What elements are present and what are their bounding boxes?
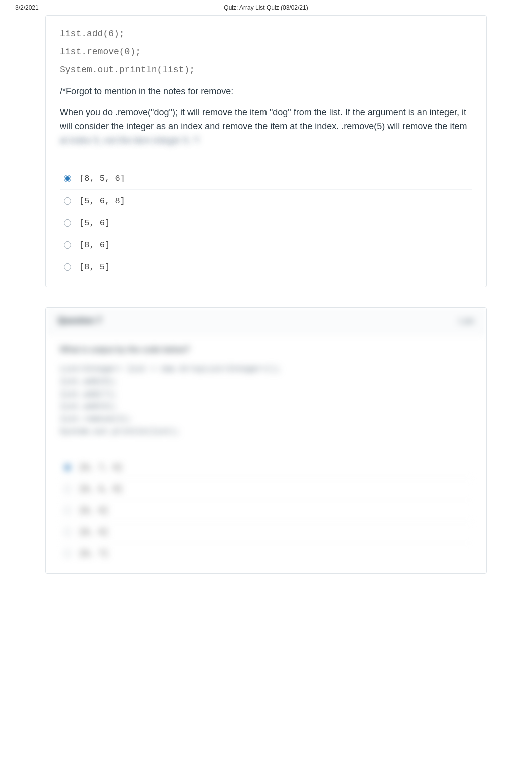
question-title: Question 7	[58, 316, 102, 326]
answer-list: [8, 5, 6] [5, 6, 8] [5, 6] [8, 6] [8, 5]	[46, 166, 486, 287]
radio-icon[interactable]	[64, 263, 71, 271]
answer-option[interactable]: [8, 5]	[60, 256, 472, 278]
radio-selected-icon[interactable]	[64, 175, 71, 182]
print-date: 3/2/2021	[15, 4, 141, 11]
content: list.add(6); list.remove(0); System.out.…	[0, 15, 532, 574]
code-block: list.add(6); list.remove(0); System.out.…	[60, 25, 472, 79]
radio-icon[interactable]	[64, 241, 71, 249]
answer-option[interactable]: [5, 6]	[60, 212, 472, 234]
answer-list: [8, 7, 6] [8, 6, 8] [8, 6] [8, 6] [8, 7]	[46, 455, 486, 573]
question-prompt: What is output by the code below?	[60, 343, 472, 356]
radio-icon	[64, 485, 71, 493]
radio-icon	[64, 507, 71, 514]
answer-text: [8, 5, 6]	[79, 174, 125, 183]
answer-text: [5, 6, 8]	[79, 196, 125, 206]
answer-option: [8, 7]	[60, 543, 472, 564]
answer-option: [8, 6]	[60, 500, 472, 522]
page-header: 3/2/2021 Quiz: Array List Quiz (03/02/21…	[0, 0, 532, 15]
question-points: 1 pts	[458, 316, 474, 325]
question-card-2-locked: Question 7 1 pts What is output by the c…	[45, 307, 487, 574]
radio-icon	[64, 550, 71, 557]
answer-option: [8, 6]	[60, 522, 472, 543]
question-card-1: list.add(6); list.remove(0); System.out.…	[45, 15, 487, 287]
answer-text: [8, 6]	[79, 240, 110, 250]
answer-option[interactable]: [8, 6]	[60, 234, 472, 256]
answer-option: [8, 7, 6]	[60, 457, 472, 479]
radio-icon[interactable]	[64, 197, 71, 205]
question-header: Question 7 1 pts	[46, 308, 486, 334]
answer-option: [8, 6, 8]	[60, 479, 472, 500]
note-line-2: When you do .remove("dog"); it will remo…	[60, 106, 472, 148]
question-body: What is output by the code below? List<I…	[46, 334, 486, 455]
note-obscured-text: at index 5, not the item integer 5. */	[60, 135, 199, 145]
answer-option[interactable]: [8, 5, 6]	[60, 168, 472, 190]
note-line-1: /*Forgot to mention in the notes for rem…	[60, 85, 472, 99]
question-body: list.add(6); list.remove(0); System.out.…	[46, 16, 486, 166]
answer-text: [8, 7, 6]	[79, 463, 122, 472]
answer-text: [8, 6]	[79, 528, 108, 537]
answer-option[interactable]: [5, 6, 8]	[60, 190, 472, 212]
answer-text: [5, 6]	[79, 218, 110, 228]
answer-text: [8, 6, 8]	[79, 485, 122, 494]
answer-text: [8, 6]	[79, 506, 108, 515]
print-title: Quiz: Array List Quiz (03/02/21)	[141, 4, 392, 11]
code-block: List<Integer> list = new ArrayList<Integ…	[60, 363, 472, 438]
answer-text: [8, 5]	[79, 262, 110, 272]
radio-icon	[64, 528, 71, 536]
answer-text: [8, 7]	[79, 549, 108, 558]
radio-icon[interactable]	[64, 219, 71, 227]
radio-selected-icon	[64, 464, 71, 471]
note-visible-text: When you do .remove("dog"); it will remo…	[60, 107, 467, 131]
